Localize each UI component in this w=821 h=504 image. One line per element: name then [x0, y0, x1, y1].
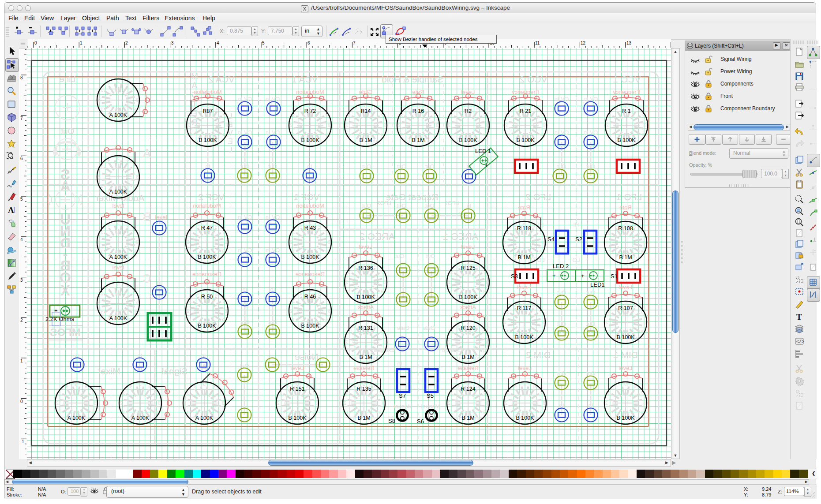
svg-text:4: 4 [20, 237, 23, 242]
svg-text:1: 1 [20, 358, 23, 363]
svg-text:Frequency: Frequency [512, 89, 539, 95]
svg-text:Level: Level [619, 284, 632, 291]
svg-text:Modulation: Modulation [193, 202, 221, 209]
svg-text:B: B [138, 367, 142, 374]
svg-text:B 100K: B 100K [301, 254, 319, 260]
svg-text:Release: Release [457, 365, 479, 371]
svg-text:Modulation: Modulation [194, 89, 222, 95]
svg-text:8: 8 [20, 75, 23, 80]
svg-text:2.2K Ohms: 2.2K Ohms [45, 316, 75, 322]
svg-text:Modulation: Modulation [296, 202, 324, 209]
svg-text:A 100K: A 100K [109, 254, 127, 260]
svg-text:7: 7 [353, 41, 356, 45]
svg-text:VCA 2: VCA 2 [208, 74, 235, 84]
svg-text:R 21: R 21 [520, 108, 531, 114]
svg-text:Out: Out [362, 202, 371, 209]
svg-text:7: 7 [20, 116, 23, 121]
svg-text:Rate: Rate [412, 89, 424, 95]
svg-text:B: B [142, 210, 151, 224]
svg-text:B 100K: B 100K [198, 254, 216, 260]
svg-text:+: + [54, 307, 58, 314]
svg-text:AREG 1: AREG 1 [443, 231, 479, 242]
svg-text:B 100K: B 100K [356, 294, 375, 300]
svg-text:Frequency: Frequency [613, 89, 640, 95]
svg-text:Attack: Attack [357, 304, 374, 310]
svg-text:+: + [814, 249, 816, 253]
svg-text:A: A [142, 147, 151, 160]
svg-text:B 100K: B 100K [459, 137, 477, 143]
svg-text:M: M [191, 71, 198, 81]
svg-text:VCO 2: VCO 2 [519, 74, 547, 84]
svg-text:B 100K: B 100K [616, 415, 635, 421]
svg-text:Out: Out [425, 202, 434, 209]
svg-text:A 100K: A 100K [195, 415, 214, 421]
svg-text:4: 4 [217, 41, 219, 45]
svg-text:X: X [60, 282, 70, 299]
svg-text:R 50: R 50 [201, 294, 213, 300]
svg-text:B 100K: B 100K [459, 294, 477, 300]
svg-text:B 100K: B 100K [198, 323, 216, 329]
svg-text:Manual: Manual [394, 403, 413, 410]
svg-text:LFO2: LFO2 [377, 200, 392, 206]
svg-text:Attack: Attack [460, 304, 476, 310]
svg-text:Manual: Manual [421, 403, 440, 410]
svg-text:R 125: R 125 [461, 265, 475, 271]
svg-text:Gate: Gate [423, 325, 435, 331]
svg-text:Level: Level [619, 365, 632, 371]
svg-text:Out: Out [60, 127, 74, 136]
svg-text:B 1M: B 1M [357, 415, 370, 421]
svg-text:R 118: R 118 [517, 225, 531, 231]
svg-text:R 107: R 107 [618, 305, 633, 311]
svg-text:R 16: R 16 [412, 108, 424, 114]
svg-text:Level: Level [290, 365, 304, 371]
svg-text:AREG 2: AREG 2 [360, 231, 395, 242]
svg-text:R14: R14 [361, 108, 371, 114]
svg-text:In: In [397, 360, 402, 367]
svg-text:A: A [60, 178, 71, 194]
svg-text:R2: R2 [465, 108, 472, 114]
svg-text:5: 5 [262, 41, 265, 45]
svg-text:B 100K: B 100K [515, 334, 533, 340]
svg-text:B 1M: B 1M [359, 137, 372, 143]
svg-text:LFO1: LFO1 [445, 200, 459, 206]
svg-text:S3: S3 [511, 273, 518, 280]
svg-text:1: 1 [80, 41, 82, 45]
svg-text:E: E [228, 137, 232, 146]
svg-text:Out: Out [395, 253, 404, 259]
svg-text:S5: S5 [427, 392, 434, 399]
svg-text:LED1: LED1 [590, 281, 605, 288]
svg-text:A 100K: A 100K [131, 415, 150, 421]
svg-text:Gate: Gate [397, 325, 409, 331]
svg-text:B 1M: B 1M [517, 254, 530, 261]
svg-text:A: A [8, 205, 14, 215]
svg-text:C: C [142, 272, 151, 285]
svg-text:VCO 1: VCO 1 [613, 74, 641, 84]
svg-text:Level: Level [359, 243, 372, 250]
svg-text:12: 12 [581, 41, 586, 45]
svg-text:R 151: R 151 [290, 386, 304, 392]
svg-text:R 43: R 43 [304, 225, 316, 231]
svg-text:2: 2 [20, 318, 23, 323]
svg-text:LFO 1: LFO 1 [616, 192, 642, 202]
svg-text:LFO 2: LFO 2 [525, 192, 551, 202]
svg-text:level: level [112, 264, 124, 271]
svg-text:R 108: R 108 [618, 225, 633, 231]
svg-text:Level: Level [461, 243, 475, 250]
svg-text:Sample & Hold: Sample & Hold [382, 74, 443, 84]
svg-text:LED 1: LED 1 [475, 148, 491, 154]
svg-text:13: 13 [626, 41, 632, 45]
svg-text:Out: Out [397, 202, 406, 209]
svg-text:</>: </> [796, 340, 804, 344]
svg-text:S2: S2 [575, 236, 582, 243]
svg-text:Release: Release [353, 365, 375, 371]
svg-text:R 46: R 46 [304, 294, 316, 300]
svg-text:B 100K: B 100K [301, 137, 319, 143]
svg-text:L: L [228, 146, 232, 154]
svg-text:S6: S6 [417, 418, 424, 425]
svg-text:-1: -1 [20, 439, 24, 444]
svg-text:B 100K: B 100K [288, 415, 307, 421]
svg-text:A 100K: A 100K [67, 415, 86, 421]
svg-text:S7: S7 [399, 392, 406, 399]
svg-text:T: T [796, 312, 802, 321]
svg-text:R 124: R 124 [461, 386, 475, 392]
